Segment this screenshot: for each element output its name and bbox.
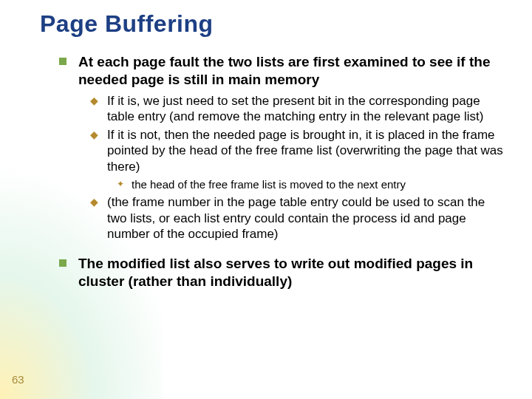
square-bullet-icon bbox=[59, 58, 66, 65]
bullet-text: (the frame number in the page table entr… bbox=[107, 194, 507, 242]
slide: Page Buffering At each page fault the tw… bbox=[0, 0, 532, 399]
bullet-text: The modified list also serves to write o… bbox=[78, 255, 507, 290]
diamond-bullet-icon: ◆ bbox=[90, 95, 98, 125]
bullet-text: the head of the free frame list is moved… bbox=[132, 177, 406, 192]
diamond-bullet-icon: ◆ bbox=[90, 196, 98, 242]
diamond-bullet-icon: ◆ bbox=[90, 129, 98, 174]
star-bullet-icon: ✦ bbox=[117, 179, 124, 192]
bullet-text: If it is not, then the needed page is br… bbox=[107, 127, 507, 174]
bullet-level2: ◆ If it is, we just need to set the pres… bbox=[90, 93, 507, 125]
bullet-level1: The modified list also serves to write o… bbox=[59, 255, 507, 290]
bullet-level2: ◆ (the frame number in the page table en… bbox=[90, 194, 507, 242]
bullet-level2: ◆ If it is not, then the needed page is … bbox=[90, 127, 507, 174]
bullet-level3: ✦ the head of the free frame list is mov… bbox=[117, 177, 507, 192]
slide-body: At each page fault the two lists are fir… bbox=[59, 53, 507, 295]
bullet-text: At each page fault the two lists are fir… bbox=[78, 53, 507, 89]
square-bullet-icon bbox=[59, 259, 66, 267]
bullet-text: If it is, we just need to set the presen… bbox=[107, 93, 507, 125]
slide-title: Page Buffering bbox=[40, 10, 214, 38]
spacer bbox=[59, 245, 507, 255]
bullet-level1: At each page fault the two lists are fir… bbox=[59, 53, 507, 89]
page-number: 63 bbox=[12, 373, 24, 386]
